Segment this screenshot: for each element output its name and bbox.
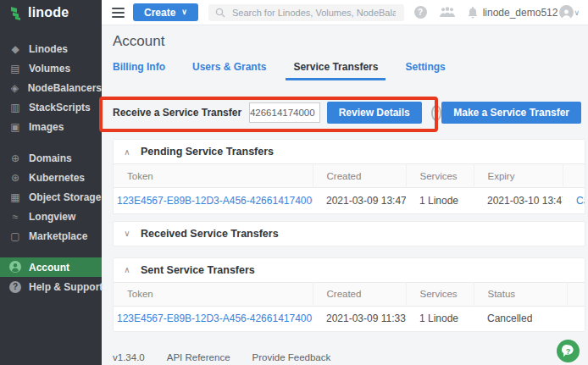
volumes-icon: ▤: [9, 64, 21, 74]
column-header-token: Token: [114, 164, 313, 188]
account-person-icon: [9, 261, 21, 274]
help-icon[interactable]: ?: [414, 6, 427, 19]
search-bar[interactable]: [208, 4, 404, 21]
tab-billing-info[interactable]: Billing Info: [113, 61, 173, 80]
sent-transfers-card: ∧ Sent Service Transfers Token Created S…: [113, 257, 585, 333]
pending-transfers-table: Token Created Services Expiry 123E4567-E…: [114, 163, 585, 213]
stackscripts-icon: ▥: [9, 102, 21, 113]
created-cell: 2021-03-09 11:33: [313, 306, 406, 331]
page-title: Account: [113, 33, 588, 50]
tab-users-grants[interactable]: Users & Grants: [185, 61, 274, 80]
sidebar-item-nodebalancers[interactable]: ◈ NodeBalancers: [0, 78, 102, 97]
community-icon[interactable]: [440, 7, 455, 18]
logo-block: linode: [0, 0, 102, 25]
cancel-link[interactable]: Cancel: [563, 188, 585, 213]
sent-section-title: Sent Service Transfers: [141, 264, 255, 276]
search-input[interactable]: [230, 7, 397, 19]
tab-settings[interactable]: Settings: [397, 61, 452, 80]
sidebar: ◆ Linodes ▤ Volumes ◈ NodeBalancers ▥ St…: [0, 25, 102, 365]
token-link[interactable]: 123E4567-E89B-12D3-A456-426614174000: [114, 188, 313, 213]
column-header-status: Status: [474, 282, 567, 306]
column-header-token: Token: [114, 282, 313, 306]
received-section-title: Received Service Transfers: [141, 228, 279, 240]
created-cell: 2021-03-09 13:47: [313, 188, 406, 213]
sidebar-item-help-support[interactable]: ? Help & Support: [0, 277, 102, 296]
domains-icon: ⊕: [9, 153, 21, 163]
pending-section-header[interactable]: ∧ Pending Service Transfers: [114, 140, 585, 163]
services-cell: 1 Linode: [406, 188, 474, 213]
longview-icon: ≈: [9, 212, 21, 222]
create-button[interactable]: Create ∨: [133, 3, 198, 21]
pending-section-title: Pending Service Transfers: [141, 146, 274, 158]
images-icon: ▣: [9, 122, 21, 132]
provide-feedback-link[interactable]: Provide Feedback: [252, 352, 331, 362]
linode-logo-icon: [10, 6, 23, 20]
sidebar-item-longview[interactable]: ≈ Longview: [0, 207, 102, 226]
column-header-services: Services: [406, 164, 474, 188]
sidebar-item-account[interactable]: Account: [0, 257, 102, 277]
sidebar-item-volumes[interactable]: ▤ Volumes: [0, 58, 102, 78]
column-header-created: Created: [313, 282, 406, 306]
sidebar-item-kubernetes[interactable]: ⊛ Kubernetes: [0, 168, 102, 187]
tab-bar: Billing Info Users & Grants Service Tran…: [113, 61, 588, 80]
logo-wordmark: linode: [28, 5, 69, 20]
services-cell: 1 Linode: [406, 306, 474, 331]
nodebalancers-icon: ◈: [9, 83, 20, 93]
svg-text:?: ?: [566, 347, 571, 356]
topbar: Create ∨ ? linode_demo512 ∨: [102, 0, 588, 25]
support-chat-button[interactable]: ?: [556, 339, 580, 363]
collapse-chevron-icon[interactable]: ∧: [120, 265, 134, 274]
transfer-help-icon[interactable]: ?: [431, 105, 442, 121]
receive-transfer-label: Receive a Service Transfer: [113, 107, 241, 119]
expiry-cell: 2021-03-10 13:47: [474, 188, 563, 213]
version-label: v1.34.0: [113, 352, 145, 362]
sidebar-item-object-storage[interactable]: ▦ Object Storage: [0, 187, 102, 207]
username-label[interactable]: linode_demo512: [483, 7, 558, 19]
marketplace-icon: ▢: [9, 231, 21, 241]
footer: v1.34.0 API Reference Provide Feedback: [113, 352, 588, 362]
hamburger-menu-icon[interactable]: [112, 8, 125, 18]
sidebar-item-domains[interactable]: ⊕ Domains: [0, 148, 102, 168]
sidebar-item-linodes[interactable]: ◆ Linodes: [0, 39, 102, 58]
chevron-down-icon: ∨: [181, 8, 187, 16]
user-menu-chevron-icon[interactable]: ∨: [574, 8, 580, 17]
token-link[interactable]: 123E4567-E89B-12D3-A456-426614174001: [114, 306, 313, 331]
sidebar-item-marketplace[interactable]: ▢ Marketplace: [0, 226, 102, 246]
linodes-icon: ◆: [9, 44, 21, 54]
sent-transfers-table: Token Created Services Status 123E4567-E…: [114, 282, 585, 332]
column-header-services: Services: [406, 282, 474, 306]
collapse-chevron-icon[interactable]: ∧: [120, 147, 134, 157]
create-button-label: Create: [144, 7, 175, 19]
table-row: 123E4567-E89B-12D3-A456-426614174000 202…: [114, 188, 585, 213]
kubernetes-icon: ⊛: [9, 173, 21, 183]
sidebar-item-images[interactable]: ▣ Images: [0, 117, 102, 136]
received-transfers-card: ∨ Received Service Transfers: [113, 221, 585, 246]
tab-service-transfers[interactable]: Service Transfers: [286, 61, 386, 80]
status-cell: Cancelled: [474, 306, 567, 331]
help-support-icon: ?: [9, 281, 21, 293]
review-details-button[interactable]: Review Details: [327, 102, 422, 124]
make-service-transfer-button[interactable]: Make a Service Transfer: [441, 102, 581, 124]
search-icon: [215, 8, 225, 18]
transfer-token-input[interactable]: 123E4567-E89B-12D3-A456-426614174000: [249, 102, 320, 123]
sent-section-header[interactable]: ∧ Sent Service Transfers: [114, 258, 585, 282]
notifications-bell-icon[interactable]: [468, 7, 478, 19]
collapse-chevron-icon[interactable]: ∨: [120, 229, 134, 238]
object-storage-icon: ▦: [9, 192, 21, 202]
main-content: Account Billing Info Users & Grants Serv…: [102, 25, 588, 365]
receive-transfer-row: Receive a Service Transfer 123E4567-E89B…: [113, 101, 588, 124]
received-section-header[interactable]: ∨ Received Service Transfers: [114, 222, 585, 246]
column-header-expiry: Expiry: [474, 164, 563, 188]
avatar[interactable]: [559, 5, 574, 19]
column-header-created: Created: [313, 164, 406, 188]
pending-transfers-card: ∧ Pending Service Transfers Token Create…: [113, 139, 585, 214]
table-row: 123E4567-E89B-12D3-A456-426614174001 202…: [114, 306, 585, 331]
sidebar-item-stackscripts[interactable]: ▥ StackScripts: [0, 97, 102, 117]
table-header-row: Token Created Services Status: [114, 282, 585, 306]
table-header-row: Token Created Services Expiry: [114, 164, 585, 188]
api-reference-link[interactable]: API Reference: [167, 352, 230, 362]
